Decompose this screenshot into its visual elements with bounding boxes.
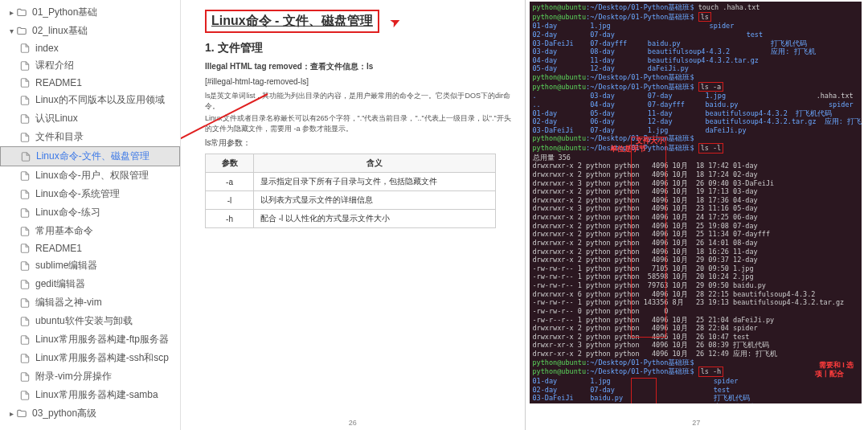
tree-file-item[interactable]: 认识Linux xyxy=(0,109,180,128)
tree-item-label: 课程介绍 xyxy=(35,59,74,72)
tree-item-label: Linux常用服务器构建-ftp服务器 xyxy=(35,333,169,346)
paragraph: ls常用参数： xyxy=(205,137,512,149)
terminal-output: python@ubuntu:~/Desktop/01-Python基础班$ to… xyxy=(530,2,862,403)
tree-item-label: sublime编辑器 xyxy=(35,259,97,272)
tree-file-item[interactable]: Linux命令-练习 xyxy=(0,203,180,222)
document-pages: ➤ Linux命令 - 文件、磁盘管理 1. 文件管理 Illegal HTML… xyxy=(181,0,868,430)
folder-label: 02_linux基础 xyxy=(32,24,88,38)
folder-open-icon xyxy=(16,26,27,37)
paragraph: ls是英文单词list，其功能为列出目录的内容，是用户最常用的命令之一。它类似于… xyxy=(205,91,512,111)
tree-file-item[interactable]: Linux命令-系统管理 xyxy=(0,185,180,203)
file-icon xyxy=(19,77,31,88)
options-table: 参数含义 -a显示指定目录下所有子目录与文件，包括隐藏文件 -l以列表方式显示文… xyxy=(205,154,496,228)
page-27: python@ubuntu:~/Desktop/01-Python基础班$ to… xyxy=(525,0,869,430)
tree-file-item[interactable]: Linux常用服务器构建-samba xyxy=(0,386,180,404)
tree-item-label: Linux命令-系统管理 xyxy=(35,187,120,201)
tree-file-item[interactable]: 常用基本命令 xyxy=(0,222,180,240)
tree-file-item[interactable]: Linux的不同版本以及应用领域 xyxy=(0,91,180,109)
paragraph: Linux文件或者目录名称最长可以有265个字符，"."代表当前目录，".."代… xyxy=(205,113,512,133)
tree-item-label: README1 xyxy=(35,243,82,254)
file-icon xyxy=(19,43,31,54)
tree-item-label: README1 xyxy=(35,77,82,88)
chevron-down-icon: ▾ xyxy=(6,27,16,35)
file-icon xyxy=(19,334,31,346)
file-icon xyxy=(19,279,31,290)
tree-file-item[interactable]: 附录-vim分屏操作 xyxy=(0,367,180,386)
file-icon xyxy=(19,371,31,383)
tree-file-item[interactable]: 文件和目录 xyxy=(0,128,180,146)
section-heading: 1. 文件管理 xyxy=(205,41,512,55)
folder-label: 03_python高级 xyxy=(32,407,96,420)
page-number: 27 xyxy=(692,419,700,427)
folder-label: 01_Python基础 xyxy=(32,6,97,19)
table-row: -l以列表方式显示文件的详细信息 xyxy=(206,191,496,210)
file-icon xyxy=(19,297,31,309)
tree-item-label: Linux常用服务器构建-samba xyxy=(35,388,158,402)
tree-item-label: ubuntu软件安装与卸载 xyxy=(35,314,133,328)
folder-icon xyxy=(16,7,27,18)
tree-item-label: 编辑器之神-vim xyxy=(35,296,102,309)
folder-icon xyxy=(16,408,27,420)
tree-item-label: Linux的不同版本以及应用领域 xyxy=(35,93,165,107)
tree-file-item[interactable]: README1 xyxy=(0,240,180,256)
chevron-right-icon: ▸ xyxy=(6,409,16,418)
tree-file-item[interactable]: README1 xyxy=(0,75,180,91)
tree-item-label: Linux命令-文件、磁盘管理 xyxy=(36,149,149,163)
tree-file-item[interactable]: gedit编辑器 xyxy=(0,275,180,293)
file-icon xyxy=(19,132,31,143)
table-row: -h配合 -l 以人性化的方式显示文件大小 xyxy=(206,210,496,228)
tree-item-label: 附录-vim分屏操作 xyxy=(35,370,112,383)
file-icon xyxy=(20,151,31,162)
table-row: -a显示指定目录下所有子目录与文件，包括隐藏文件 xyxy=(206,173,496,191)
file-icon xyxy=(19,226,31,237)
tree-item-label: Linux命令-用户、权限管理 xyxy=(35,169,149,182)
paragraph: Illegal HTML tag removed：查看文件信息：ls xyxy=(205,60,512,72)
folder-02[interactable]: ▾ 02_linux基础 xyxy=(0,22,180,40)
tree-item-label: Linux常用服务器构建-ssh和scp xyxy=(35,351,169,365)
tree-file-item[interactable]: Linux命令-文件、磁盘管理 xyxy=(0,146,180,166)
file-icon xyxy=(19,170,31,182)
tree-item-label: 认识Linux xyxy=(35,112,78,125)
tree-file-item[interactable]: sublime编辑器 xyxy=(0,256,180,275)
page-title: Linux命令 - 文件、磁盘管理 xyxy=(205,10,379,33)
file-icon xyxy=(19,353,31,364)
file-icon xyxy=(19,316,31,327)
file-icon xyxy=(19,60,31,72)
file-icon xyxy=(19,390,31,401)
table-header: 含义 xyxy=(254,154,496,173)
file-icon xyxy=(19,189,31,200)
tree-file-item[interactable]: ubuntu软件安装与卸载 xyxy=(0,312,180,330)
chevron-right-icon: ▸ xyxy=(6,8,16,17)
tree-item-label: 文件和目录 xyxy=(35,130,84,144)
folder-01[interactable]: ▸ 01_Python基础 xyxy=(0,3,180,22)
folder-03[interactable]: ▸ 03_python高级 xyxy=(0,404,180,423)
tree-item-label: Linux命令-练习 xyxy=(35,206,100,219)
tree-file-item[interactable]: 课程介绍 xyxy=(0,56,180,75)
tree-file-item[interactable]: index xyxy=(0,40,180,56)
file-icon xyxy=(19,113,31,125)
file-icon xyxy=(19,95,31,106)
tree-item-label: gedit编辑器 xyxy=(35,277,85,291)
file-icon xyxy=(19,260,31,272)
tree-file-item[interactable]: 编辑器之神-vim xyxy=(0,293,180,312)
file-icon xyxy=(19,243,31,254)
paragraph: [#illegal-html-tag-removed-ls] xyxy=(205,76,512,88)
tree-item-label: index xyxy=(35,43,59,54)
page-26: Linux命令 - 文件、磁盘管理 1. 文件管理 Illegal HTML t… xyxy=(181,0,525,430)
table-header: 参数 xyxy=(206,154,254,173)
tree-file-item[interactable]: Linux常用服务器构建-ssh和scp xyxy=(0,349,180,367)
tree-file-item[interactable]: Linux常用服务器构建-ftp服务器 xyxy=(0,330,180,349)
document-tree: ▸ 01_Python基础 ▾ 02_linux基础 index课程介绍READ… xyxy=(0,0,181,430)
page-number: 26 xyxy=(349,419,357,427)
tree-file-item[interactable]: Linux命令-用户、权限管理 xyxy=(0,166,180,185)
file-icon xyxy=(19,207,31,219)
tree-item-label: 常用基本命令 xyxy=(35,224,93,238)
